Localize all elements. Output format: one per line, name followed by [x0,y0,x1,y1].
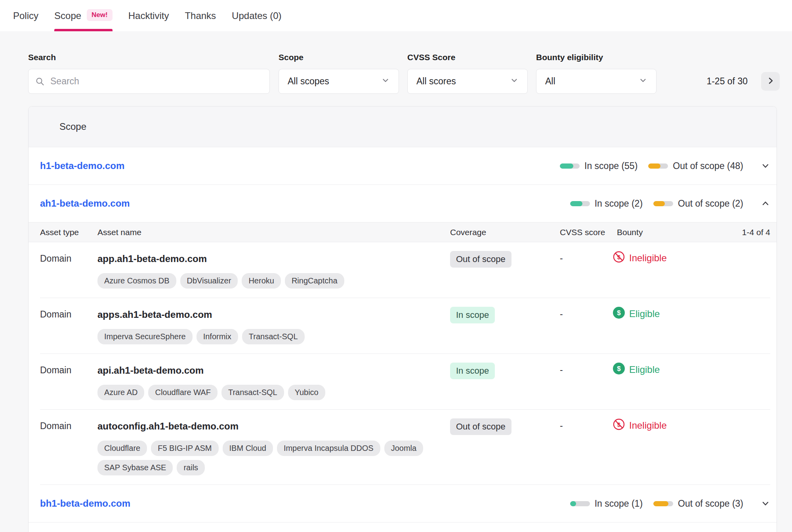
tab-policy[interactable]: Policy [13,0,38,31]
asset-type: Domain [40,298,97,354]
search-label: Search [28,53,270,62]
tab-scope-label: Scope [54,10,81,21]
technology-tag: Azure Cosmos DB [97,273,176,289]
svg-text:$: $ [617,365,621,372]
technology-tag: Imperva SecureSphere [97,329,193,344]
asset-name-header: Asset name [97,228,450,237]
bounty-status: $ $ Ineligible [613,418,770,433]
asset-pagination-range: 1-4 of 4 [742,228,770,237]
group-expand-chevron-icon[interactable] [761,499,770,508]
out-of-scope-label: Out of scope (48) [673,161,743,171]
group-expand-chevron-icon[interactable] [761,199,770,208]
group-domain-link[interactable]: ah1-beta-demo.com [40,198,130,209]
technology-tag: F5 BIG-IP ASM [151,441,218,456]
filter-bar: Search Scope All scopes CVSS Score All s… [0,31,792,106]
in-scope-meter-fill [560,163,573,169]
tab-policy-label: Policy [13,10,38,21]
next-page-button[interactable] [761,72,780,91]
chevron-down-icon [381,76,390,87]
cvss-filter-label: CVSS Score [407,53,528,62]
out-of-scope-meter [653,201,673,206]
bounty-label: Eligible [629,364,660,375]
svg-text:$: $ [617,309,621,317]
asset-type: Domain [40,354,97,410]
technology-tag: Heroku [242,273,281,289]
technology-tag: Imperva Incapsula DDOS [277,441,380,456]
program-nav: Policy Scope New! Hacktivity Thanks Upda… [0,0,792,31]
scope-filter-label: Scope [279,53,399,62]
coverage-badge: Out of scope [450,418,511,435]
coverage-badge: In scope [450,307,495,323]
asset-type: Domain [40,410,97,485]
in-scope-label: In scope (1) [595,498,643,509]
bounty-status: $ $ Eligible [613,307,770,321]
out-of-scope-meter-fill [653,501,668,506]
in-scope-meter-fill [570,501,576,506]
bounty-filter-select[interactable]: All [536,69,657,94]
tab-scope[interactable]: Scope New! [54,0,113,31]
scope-group-row[interactable]: ah1-beta-demo.com In scope (2) Out of sc… [29,185,777,222]
scope-groups: h1-beta-demo.com In scope (55) Out of sc… [29,147,777,522]
search-input[interactable] [28,69,270,94]
coverage-header: Coverage [450,228,560,237]
group-expand-chevron-icon[interactable] [761,161,770,171]
search-icon [35,77,45,88]
group-domain-link[interactable]: h1-beta-demo.com [40,160,124,171]
bounty-status: $ $ Eligible [613,363,770,377]
bounty-eligible-icon: $ [613,307,625,321]
cvss-value: - [560,410,613,485]
bounty-status: $ $ Ineligible [613,251,770,265]
scope-panel-header: Scope [29,106,777,147]
asset-tags: Imperva SecureSphereInformixTransact-SQL [97,329,438,344]
cvss-header: CVSS score [560,228,613,237]
technology-tag: RingCaptcha [285,273,344,289]
new-badge: New! [87,9,113,21]
in-scope-meter [570,501,590,506]
technology-tag: IBM Cloud [223,441,273,456]
group-domain-link[interactable]: bh1-beta-demo.com [40,498,130,509]
scope-panel: Scope h1-beta-demo.com In scope (55) Out… [28,106,777,532]
tab-hacktivity[interactable]: Hacktivity [128,0,169,31]
cvss-value: - [560,354,613,410]
cvss-filter-select[interactable]: All scores [407,69,528,94]
asset-name: apps.ah1-beta-demo.com [97,309,450,320]
bounty-label: Ineligible [629,253,667,264]
asset-name: api.ah1-beta-demo.com [97,365,450,376]
technology-tag: Azure AD [97,385,144,400]
bounty-label: Ineligible [629,420,667,431]
bounty-label: Eligible [629,308,660,319]
asset-row: Domain app.ah1-beta-demo.com Azure Cosmo… [29,242,777,298]
bounty-filter-label: Bounty eligibility [536,53,657,62]
scope-group-row[interactable]: bh1-beta-demo.com In scope (1) Out of sc… [29,485,777,522]
scope-filter-select[interactable]: All scopes [279,69,399,94]
out-of-scope-meter-fill [648,163,660,169]
technology-tag: SAP Sybase ASE [97,460,173,475]
tab-updates-label: Updates (0) [232,10,281,21]
bounty-ineligible-icon: $ [613,251,625,265]
technology-tag: Yubico [288,385,325,400]
asset-type: Domain [40,242,97,298]
bounty-eligible-icon: $ [613,363,625,377]
technology-tag: Cloudflare [97,441,147,456]
cvss-filter-value: All scores [416,76,456,87]
asset-row: Domain apps.ah1-beta-demo.com Imperva Se… [29,298,777,354]
out-of-scope-meter-fill [653,201,665,206]
tab-thanks[interactable]: Thanks [185,0,216,31]
technology-tag: Informix [197,329,238,344]
out-of-scope-label: Out of scope (2) [678,198,743,209]
scope-group-row[interactable]: h1-beta-demo.com In scope (55) Out of sc… [29,147,777,185]
tab-updates[interactable]: Updates (0) [232,0,281,31]
in-scope-meter [570,201,590,206]
out-of-scope-meter [653,501,673,506]
chevron-down-icon [639,76,647,87]
cvss-value: - [560,242,613,298]
technology-tag: Transact-SQL [221,385,284,400]
bounty-filter-value: All [545,76,555,87]
technology-tag: Joomla [384,441,423,456]
asset-row: Domain autoconfig.ah1-beta-demo.com Clou… [29,410,777,485]
asset-rows: Domain app.ah1-beta-demo.com Azure Cosmo… [29,242,777,485]
in-scope-meter-fill [570,201,582,206]
asset-tags: Azure Cosmos DBDbVisualizerHerokuRingCap… [97,273,438,289]
asset-tags: CloudflareF5 BIG-IP ASMIBM CloudImperva … [97,441,438,475]
out-of-scope-label: Out of scope (3) [678,498,743,509]
